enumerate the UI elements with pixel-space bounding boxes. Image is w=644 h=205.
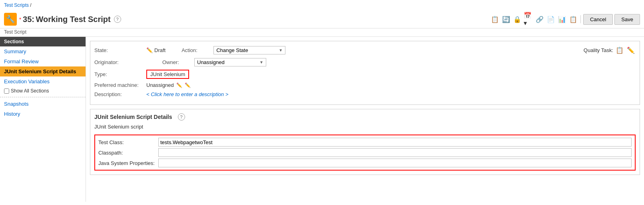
- breadcrumb: Test Scripts /: [0, 0, 644, 10]
- state-value: ✏️ Draft: [146, 47, 165, 53]
- quality-task-label: Quality Task:: [584, 47, 613, 53]
- java-system-props-input[interactable]: [158, 159, 632, 167]
- toolbar-copy-icon[interactable]: 📋: [490, 14, 500, 24]
- test-class-table: Test Class: Classpath: Java System Prope…: [94, 135, 636, 171]
- type-box: JUnit Selenium: [146, 70, 189, 79]
- action-dropdown-arrow: ▼: [279, 48, 283, 52]
- owner-dropdown-arrow: ▼: [259, 60, 263, 64]
- classpath-label: Classpath:: [98, 150, 158, 156]
- action-select-wrapper: Change State Submit Approve ▼: [213, 46, 285, 54]
- header-actions: 📋 🔄 🔒 📅▾ 🔗 📄 📊 📋 Cancel Save: [490, 14, 640, 25]
- breadcrumb-separator: /: [30, 2, 31, 8]
- sidebar-link-execution-variables[interactable]: Execution Variables: [4, 78, 50, 84]
- toolbar-link-icon[interactable]: 🔗: [535, 14, 544, 24]
- preferred-machine-row: Preferred machine: Unassigned ✏️ ✏️: [94, 82, 636, 88]
- test-class-row: Test Class:: [98, 138, 632, 147]
- sidebar-link-history[interactable]: History: [4, 111, 20, 117]
- sidebar-divider: [0, 97, 86, 97]
- show-all-checkbox[interactable]: [4, 88, 9, 94]
- detail-help-icon[interactable]: ?: [178, 113, 185, 121]
- java-system-props-row: Java System Properties:: [98, 159, 632, 167]
- detail-section: JUnit Selenium Script Details ? JUnit Se…: [90, 109, 640, 175]
- save-button[interactable]: Save: [614, 14, 640, 25]
- toolbar-list-icon[interactable]: 📋: [568, 14, 578, 24]
- owner-label: Owner:: [162, 59, 194, 65]
- description-placeholder[interactable]: < Click here to enter a description >: [146, 91, 228, 97]
- action-select[interactable]: Change State Submit Approve: [216, 47, 279, 53]
- sidebar-item-summary[interactable]: Summary: [0, 46, 86, 56]
- sidebar-label-junit-selenium: JUnit Selenium Script Details: [4, 68, 76, 74]
- help-icon[interactable]: ?: [114, 16, 121, 23]
- owner-select[interactable]: Unassigned User1: [197, 59, 259, 65]
- sidebar-sections-header: Sections: [0, 37, 86, 46]
- required-star: *: [19, 16, 21, 22]
- state-action-row: State: ✏️ Draft Action: Change State Sub…: [94, 45, 636, 55]
- record-icon: 🔧: [4, 13, 17, 26]
- action-label: Action:: [181, 47, 213, 53]
- toolbar-calendar-icon[interactable]: 📅▾: [524, 14, 533, 24]
- cancel-button[interactable]: Cancel: [583, 14, 613, 25]
- form-section: State: ✏️ Draft Action: Change State Sub…: [90, 41, 640, 105]
- type-row: Type: JUnit Selenium: [94, 70, 636, 79]
- test-class-label: Test Class:: [98, 139, 158, 145]
- record-number: 35:: [23, 15, 34, 24]
- type-label: Type:: [94, 71, 146, 77]
- header-title: 🔧 * 35: Working Test Script ?: [4, 13, 490, 26]
- state-label: State:: [94, 47, 146, 53]
- detail-subtitle: JUnit Selenium script: [94, 124, 636, 130]
- preferred-machine-text: Unassigned: [146, 82, 174, 88]
- state-text: Draft: [154, 47, 165, 53]
- toolbar-separator: [580, 15, 581, 23]
- page-title: Working Test Script: [36, 15, 111, 24]
- sidebar-item-formal-review[interactable]: Formal Review: [0, 56, 86, 66]
- sidebar-item-snapshots[interactable]: Snapshots: [0, 99, 86, 109]
- java-system-props-label: Java System Properties:: [98, 160, 158, 166]
- header-row: 🔧 * 35: Working Test Script ? 📋 🔄 🔒 📅▾ 🔗…: [0, 10, 644, 28]
- description-value[interactable]: < Click here to enter a description >: [146, 91, 228, 97]
- preferred-machine-clear-icon[interactable]: ✏️: [185, 82, 191, 88]
- show-all-label: Show All Sections: [11, 88, 49, 94]
- show-all-checkbox-row: Show All Sections: [0, 86, 86, 95]
- type-value: JUnit Selenium: [146, 70, 189, 79]
- preferred-machine-value: Unassigned ✏️ ✏️: [146, 82, 191, 88]
- sidebar: Sections Summary Formal Review JUnit Sel…: [0, 37, 86, 202]
- quality-task-area: Quality Task: 📋 ✏️: [584, 45, 636, 55]
- owner-select-wrapper: Unassigned User1 ▼: [194, 58, 266, 66]
- quality-task-icon-1[interactable]: 📋: [615, 45, 624, 55]
- description-label: Description:: [94, 91, 146, 97]
- quality-task-icon-2[interactable]: ✏️: [626, 45, 636, 55]
- sidebar-item-execution-variables[interactable]: Execution Variables: [0, 76, 86, 86]
- toolbar-lock-icon[interactable]: 🔒: [512, 14, 522, 24]
- classpath-input[interactable]: [158, 148, 632, 157]
- sidebar-item-junit-selenium[interactable]: JUnit Selenium Script Details: [0, 66, 86, 76]
- content-area: State: ✏️ Draft Action: Change State Sub…: [86, 37, 644, 202]
- sidebar-item-history[interactable]: History: [0, 109, 86, 119]
- detail-section-header: JUnit Selenium Script Details ?: [94, 113, 636, 121]
- toolbar-refresh-icon[interactable]: 🔄: [501, 14, 511, 24]
- toolbar-chart-icon[interactable]: 📊: [557, 14, 567, 24]
- sidebar-link-formal-review[interactable]: Formal Review: [4, 58, 39, 64]
- sidebar-link-snapshots[interactable]: Snapshots: [4, 101, 28, 107]
- owner-dropdown[interactable]: Unassigned User1 ▼: [194, 58, 266, 66]
- description-row: Description: < Click here to enter a des…: [94, 91, 636, 97]
- preferred-machine-label: Preferred machine:: [94, 82, 146, 88]
- draft-edit-icon: ✏️: [146, 47, 153, 53]
- toolbar-clone-icon[interactable]: 📄: [546, 14, 556, 24]
- sidebar-link-summary[interactable]: Summary: [4, 48, 26, 54]
- record-subtitle: Test Script: [0, 28, 644, 36]
- preferred-machine-edit-icon[interactable]: ✏️: [176, 82, 182, 88]
- main-layout: Sections Summary Formal Review JUnit Sel…: [0, 37, 644, 202]
- originator-label: Originator:: [94, 59, 146, 65]
- originator-owner-row: Originator: Owner: Unassigned User1 ▼: [94, 58, 636, 66]
- breadcrumb-link[interactable]: Test Scripts: [4, 2, 29, 8]
- action-dropdown[interactable]: Change State Submit Approve ▼: [213, 46, 285, 54]
- classpath-row: Classpath:: [98, 148, 632, 157]
- test-class-input[interactable]: [158, 138, 632, 147]
- detail-section-title: JUnit Selenium Script Details: [94, 114, 172, 120]
